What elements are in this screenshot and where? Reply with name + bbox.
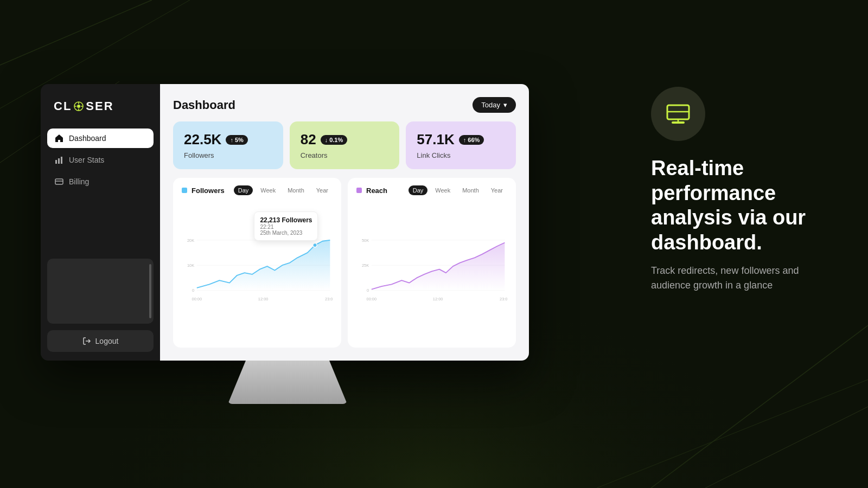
svg-text:12:00: 12:00: [433, 297, 443, 301]
date-filter-button[interactable]: Today ▾: [473, 97, 516, 113]
logout-button[interactable]: Logout: [47, 330, 154, 352]
svg-text:0: 0: [367, 288, 369, 293]
svg-text:25K: 25K: [362, 263, 369, 268]
feature-subtext: Track redirects, new followers and audie…: [651, 264, 835, 293]
stat-card-linkclicks: 57.1K ↑ 66% Link Clicks: [406, 121, 516, 169]
creators-value: 82: [301, 131, 316, 148]
svg-text:20K: 20K: [187, 238, 194, 243]
monitor-stand-wrapper: [41, 361, 534, 404]
logo-text-after: SER: [86, 99, 113, 113]
sidebar-item-dashboard[interactable]: Dashboard: [47, 129, 154, 148]
chevron-down-icon: ▾: [503, 101, 507, 109]
bar-chart-icon: [55, 156, 63, 164]
stat-card-followers: 22.5K ↑ 5% Followers: [173, 121, 283, 169]
credit-card-icon: [55, 177, 63, 186]
followers-tab-day[interactable]: Day: [234, 185, 253, 195]
creators-badge: ↓ 0.1%: [321, 135, 348, 145]
tooltip-time-value: 22:21: [260, 224, 273, 230]
logout-icon: [82, 337, 91, 345]
svg-text:23:00: 23:00: [500, 297, 507, 301]
main-content: Dashboard Today ▾ 22.5K ↑ 5% Followers: [160, 84, 529, 361]
sidebar-item-userstats[interactable]: User Stats: [47, 150, 154, 170]
linkclicks-value: 57.1K: [417, 131, 454, 148]
dashboard-icon: [664, 100, 692, 128]
svg-rect-14: [55, 160, 57, 164]
date-filter-label: Today: [481, 101, 500, 109]
followers-chart-body: 20K 10K 0 00:00 12:00 23:00: [182, 201, 333, 340]
followers-chart-title: Followers: [192, 187, 225, 195]
dashboard-header: Dashboard Today ▾: [173, 97, 516, 113]
sidebar-item-dashboard-label: Dashboard: [69, 134, 106, 143]
reach-chart-svg: 50K 25K 0 00:00 12:00 23:00: [356, 201, 507, 340]
charts-row: Followers Day Week Month Year: [173, 178, 516, 348]
reach-tab-week[interactable]: Week: [431, 185, 455, 195]
followers-label: Followers: [184, 151, 272, 159]
stat-card-creators: 82 ↓ 0.1% Creators: [290, 121, 400, 169]
logo-icon: [73, 101, 84, 112]
svg-text:23:00: 23:00: [325, 297, 333, 301]
svg-text:10K: 10K: [187, 263, 194, 268]
reach-tab-day[interactable]: Day: [409, 185, 428, 195]
reach-chart-card: Reach Day Week Month Year: [348, 178, 516, 348]
sidebar-nav: Dashboard User Stats: [41, 124, 160, 252]
reach-chart-tabs: Day Week Month Year: [409, 185, 507, 195]
sidebar-item-billing[interactable]: Billing: [47, 172, 154, 191]
reach-tab-year[interactable]: Year: [487, 185, 507, 195]
followers-chart-tooltip: 22,213 Followers 22:21 25th March, 2023: [254, 211, 318, 241]
followers-chart-header: Followers Day Week Month Year: [182, 185, 333, 195]
sidebar-item-userstats-label: User Stats: [69, 156, 104, 164]
svg-text:50K: 50K: [362, 238, 369, 243]
page-title: Dashboard: [173, 98, 235, 112]
sidebar-spacer: [47, 259, 154, 324]
logout-label: Logout: [95, 337, 119, 345]
home-icon: [55, 134, 63, 143]
logo: CL SER: [54, 99, 114, 113]
tooltip-date-value: 25th March, 2023: [260, 230, 302, 236]
right-panel: Real-time performance analysis via our d…: [651, 87, 835, 293]
followers-chart-tabs: Day Week Month Year: [234, 185, 333, 195]
tooltip-followers-time: 22:21 25th March, 2023: [260, 224, 312, 236]
followers-chart-dot: [182, 188, 187, 193]
svg-text:00:00: 00:00: [367, 297, 377, 301]
monitor-wrapper: CL SER: [41, 84, 534, 404]
svg-rect-17: [55, 179, 63, 184]
logo-text-before: CL: [54, 99, 72, 113]
linkclicks-label: Link Clicks: [417, 151, 505, 159]
app-window: CL SER: [41, 84, 529, 361]
stat-cards-row: 22.5K ↑ 5% Followers 82 ↓ 0.1% Creators: [173, 121, 516, 169]
reach-chart-dot: [356, 188, 362, 193]
svg-point-29: [313, 243, 317, 247]
followers-tab-week[interactable]: Week: [256, 185, 280, 195]
followers-value: 22.5K: [184, 131, 221, 148]
creators-label: Creators: [301, 151, 389, 159]
sidebar-scrollbar[interactable]: [149, 264, 151, 318]
reach-chart-body: 50K 25K 0 00:00 12:00 23:00: [356, 201, 507, 340]
scene: CL SER: [0, 0, 868, 488]
followers-chart-card: Followers Day Week Month Year: [173, 178, 341, 348]
sidebar-item-billing-label: Billing: [69, 177, 89, 186]
linkclicks-badge: ↑ 66%: [459, 135, 484, 145]
svg-point-9: [77, 105, 80, 108]
sidebar: CL SER: [41, 84, 160, 361]
followers-tab-year[interactable]: Year: [312, 185, 333, 195]
followers-badge: ↑ 5%: [226, 135, 247, 145]
monitor-stand: [228, 361, 347, 404]
reach-tab-month[interactable]: Month: [458, 185, 483, 195]
svg-text:00:00: 00:00: [192, 297, 202, 301]
svg-rect-16: [61, 157, 62, 164]
svg-rect-40: [672, 121, 685, 124]
tooltip-followers-value: 22,213 Followers: [260, 216, 312, 224]
svg-rect-15: [58, 158, 60, 164]
reach-chart-title: Reach: [366, 187, 387, 195]
followers-tab-month[interactable]: Month: [283, 185, 309, 195]
reach-chart-header: Reach Day Week Month Year: [356, 185, 507, 195]
svg-text:0: 0: [192, 288, 194, 293]
svg-text:12:00: 12:00: [258, 297, 269, 301]
logo-area: CL SER: [41, 84, 160, 124]
feature-icon-circle: [651, 87, 705, 141]
feature-heading: Real-time performance analysis via our d…: [651, 156, 835, 255]
